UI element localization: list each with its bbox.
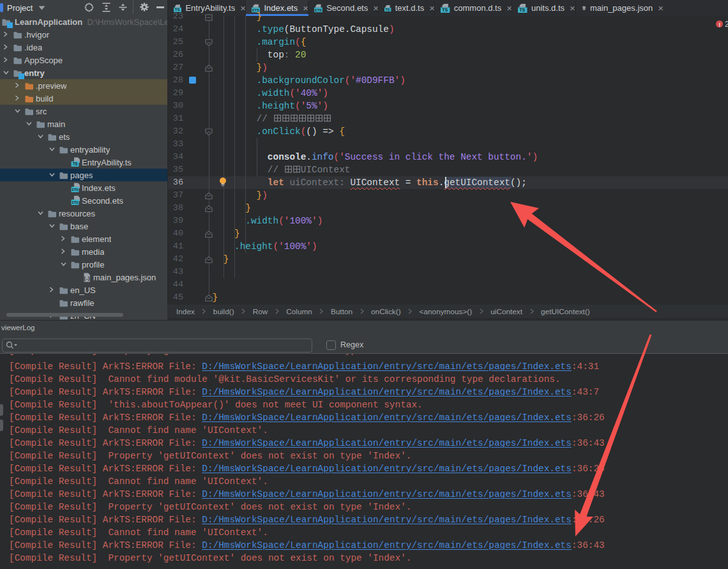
svg-text:TS: TS [519,7,525,13]
svg-text:TS: TS [442,8,448,13]
svg-text:{..}: {..} [582,7,586,10]
svg-text:ETS: ETS [72,188,79,192]
svg-text:TS: TS [386,7,390,11]
svg-text:ETS: ETS [315,8,322,11]
svg-text:TS: TS [73,162,78,167]
svg-text:{..}: {..} [84,275,90,281]
svg-text:ETS: ETS [72,201,79,205]
